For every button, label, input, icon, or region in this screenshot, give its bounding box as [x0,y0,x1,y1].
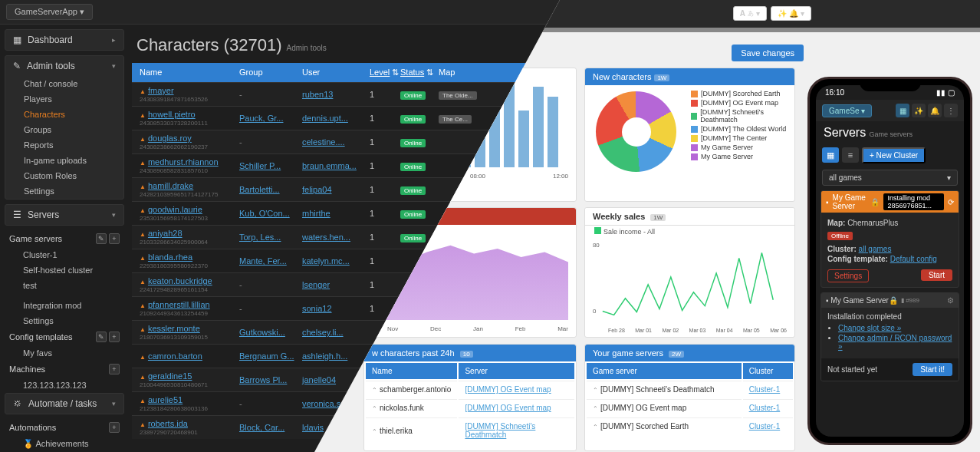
nav-favs[interactable]: My favs [5,345,124,361]
group-link[interactable]: Block, Car... [239,423,284,432]
group-link[interactable]: Bartoletti... [239,185,280,194]
table-row[interactable]: ⌃schamberger.antonio[DUMMY] OG Event map [366,381,574,398]
nav-cluster1[interactable]: Cluster-1 [5,247,124,262]
nav-machine-ip[interactable]: 123.123.123.123 [5,378,124,393]
col-server[interactable]: Server [459,363,574,379]
col-name[interactable]: Name [366,363,457,379]
group-link[interactable]: Schiller P... [239,161,281,170]
nav-players[interactable]: Players [5,91,123,107]
col-user[interactable]: User [302,68,370,78]
nav-achievements[interactable]: 🏅 Achievements [5,436,124,452]
user-link[interactable]: waters.hen... [302,233,350,242]
server-link[interactable]: [DUMMY] OG Event map [465,404,551,412]
user-link[interactable]: janelle04 [302,375,336,384]
change-slot-link[interactable]: Change slot size » [838,324,901,332]
nav-test[interactable]: test [5,278,124,293]
table-row[interactable]: ⌃[DUMMY] Schneeti's DeathmatchCluster-1 [587,381,793,398]
grid-icon[interactable]: ▦ [896,104,909,117]
phone-app-switcher[interactable]: GameSe ▾ [822,104,872,117]
table-row[interactable]: ⌃[DUMMY] OG Event mapCluster-1 [587,399,793,416]
save-button[interactable]: Save changes [732,45,804,61]
user-link[interactable]: ashleigh.h... [302,351,347,361]
character-link[interactable]: blanda.rhea [148,252,192,262]
table-row[interactable]: ⌃nickolas.funk[DUMMY] OG Event map [366,399,574,416]
col-cluster[interactable]: Cluster [743,363,793,379]
new-cluster-button[interactable]: + New Cluster [862,147,926,163]
group-link[interactable]: Bergnaum G... [239,351,294,361]
nav-selfhosted[interactable]: Self-hosted cluster [5,262,124,278]
cluster-link[interactable]: all games [859,245,892,253]
grid-view-icon[interactable]: ▦ [822,147,839,163]
character-link[interactable]: kessler.monte [148,324,200,333]
group-link[interactable]: Gutkowski... [239,328,285,337]
edit-icon[interactable]: ✎ [96,233,107,244]
user-link[interactable]: felipa04 [302,185,332,194]
nav-dashboard[interactable]: ▦Dashboard▸ [5,30,123,50]
config-link[interactable]: Default config [890,255,937,263]
nav-characters[interactable]: Characters [5,107,123,122]
nav-uploads[interactable]: In-game uploads [5,153,123,168]
nav-admin-tools[interactable]: ✎Admin tools▾ [5,56,123,76]
group-link[interactable]: Kub, O'Con... [239,209,290,218]
user-link[interactable]: lsenger [302,280,330,289]
refresh-icon[interactable]: ⟳ [948,198,954,206]
wand-icon[interactable]: ✨ [912,104,926,117]
server-link[interactable]: [DUMMY] OG Event map [465,385,551,394]
nav-automate[interactable]: ⛭Automate / tasks▾ [5,394,123,414]
nav-chat[interactable]: Chat / console [5,76,123,91]
add-icon[interactable]: + [109,422,120,433]
character-link[interactable]: aniyah28 [148,229,183,238]
col-group[interactable]: Group [239,68,302,78]
col-status[interactable]: Status ⇅ [400,68,439,78]
bell-icon[interactable]: 🔔 [928,104,942,117]
add-icon[interactable]: + [109,364,120,374]
group-link[interactable]: Barrows Pl... [239,375,287,384]
start-button[interactable]: Start [921,269,952,281]
character-link[interactable]: roberts.ida [148,419,188,428]
add-icon[interactable]: + [109,233,120,244]
group-link[interactable]: Pauck, Gr... [239,114,283,123]
user-link[interactable]: ruben13 [302,90,333,99]
change-password-link[interactable]: Change admin / RCON password » [838,334,952,351]
character-link[interactable]: goodwin.laurie [148,205,202,214]
user-link[interactable]: chelsey.li... [302,328,344,337]
lang-button[interactable]: Aあ ▾ [733,6,767,21]
character-link[interactable]: camron.barton [148,351,202,361]
character-link[interactable]: keaton.buckridge [148,276,212,285]
col-map[interactable]: Map [439,68,485,78]
magic-button[interactable]: ✨🔔 ▾ [771,6,811,21]
character-link[interactable]: aurelie51 [148,395,183,404]
user-link[interactable]: ldavis [302,423,324,432]
nav-settings[interactable]: Settings [5,183,123,199]
menu-icon[interactable]: ⋮ [944,104,958,117]
nav-servers[interactable]: ☰Servers▾ [5,205,123,225]
cluster-link[interactable]: Cluster-1 [749,385,781,394]
edit-icon[interactable]: ✎ [96,332,107,342]
table-row[interactable]: ⌃[DUMMY] Scorched EarthCluster-1 [587,417,793,434]
nav-roles[interactable]: Custom Roles [5,168,123,183]
start-it-button[interactable]: Start it! [913,363,952,376]
nav-srv-settings[interactable]: Settings [5,313,124,328]
add-icon[interactable]: + [109,332,120,342]
list-view-icon[interactable]: ≡ [842,147,859,163]
col-gameserver[interactable]: Game server [587,363,742,379]
character-link[interactable]: medhurst.rhiannon [148,157,219,167]
col-level[interactable]: Level ⇅ [370,68,400,78]
cluster-link[interactable]: Cluster-1 [749,404,781,412]
user-link[interactable]: sonia12 [302,304,332,313]
cluster-link[interactable]: Cluster-1 [749,422,781,431]
user-link[interactable]: dennis.upt... [302,114,348,123]
character-link[interactable]: hamill.drake [148,181,193,190]
gear-icon[interactable]: ⚙ [947,296,954,305]
settings-button[interactable]: Settings [827,269,869,282]
app-switcher[interactable]: GameServerApp ▾ [6,4,93,20]
game-filter-select[interactable]: all games▾ [822,170,958,186]
server-link[interactable]: [DUMMY] Schneeti's Deathmatch [465,422,535,439]
nav-reports[interactable]: Reports [5,137,123,153]
col-name[interactable]: Name [140,68,239,78]
nav-integration[interactable]: Integration mod [5,298,124,313]
user-link[interactable]: katelyn.mc... [302,256,350,266]
group-link[interactable]: Torp, Les... [239,233,281,242]
character-link[interactable]: fmayer [148,86,174,95]
user-link[interactable]: braun.emma... [302,161,357,170]
